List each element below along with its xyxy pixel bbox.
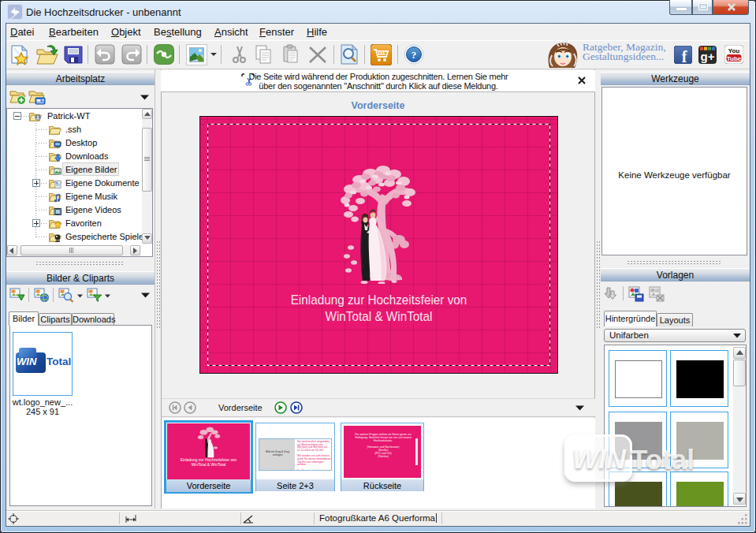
svg-text:f: f <box>682 48 687 64</box>
svg-text:You: You <box>728 47 740 54</box>
svg-text:Tube: Tube <box>727 55 742 62</box>
svg-text:?: ? <box>412 49 417 61</box>
svg-text:g+: g+ <box>701 50 715 63</box>
